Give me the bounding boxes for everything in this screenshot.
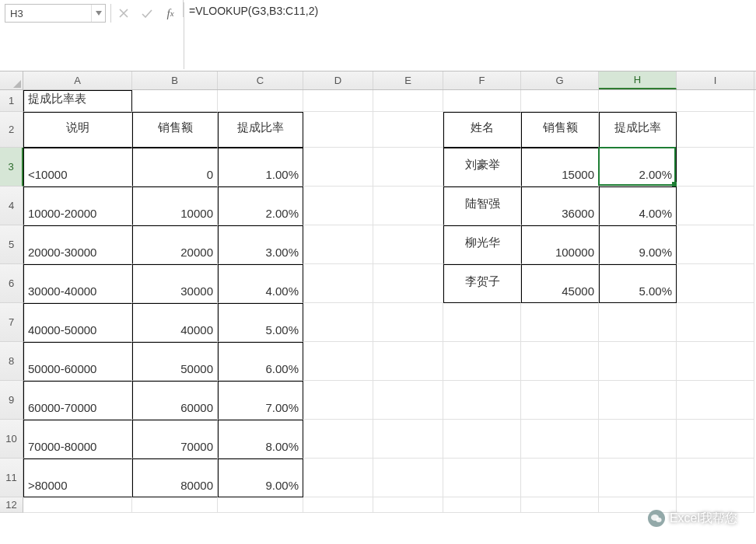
empty-cell[interactable]	[599, 303, 677, 342]
empty-cell[interactable]	[443, 420, 521, 459]
cell-desc[interactable]: >80000	[23, 459, 132, 497]
empty-cell[interactable]	[373, 225, 443, 264]
formula-input[interactable]: =VLOOKUP(G3,B3:C11,2)	[184, 2, 756, 69]
cell-rate[interactable]: 4.00%	[599, 187, 677, 225]
column-header[interactable]: H	[599, 71, 677, 89]
row-header[interactable]: 5	[0, 225, 23, 264]
row-header[interactable]: 6	[0, 264, 23, 303]
row-header[interactable]: 9	[0, 381, 23, 420]
column-header[interactable]: G	[521, 71, 599, 89]
empty-cell[interactable]	[677, 148, 754, 187]
empty-cell[interactable]	[443, 459, 521, 497]
cancel-icon[interactable]	[117, 7, 130, 19]
empty-cell[interactable]	[599, 381, 677, 420]
row-header[interactable]: 10	[0, 420, 23, 459]
empty-cell[interactable]	[303, 381, 373, 420]
column-header[interactable]: C	[218, 71, 303, 89]
col-header-name[interactable]: 姓名	[443, 112, 521, 148]
cell-sales[interactable]: 0	[132, 148, 218, 187]
name-box[interactable]: H3	[5, 4, 106, 23]
col-header-c[interactable]: 提成比率	[218, 112, 303, 148]
dropdown-icon[interactable]	[91, 5, 105, 22]
col-header-rate[interactable]: 提成比率	[599, 112, 677, 148]
empty-cell[interactable]	[677, 381, 754, 420]
empty-cell[interactable]	[677, 187, 754, 225]
col-header-b[interactable]: 销售额	[132, 112, 218, 148]
cell-rate[interactable]: 9.00%	[218, 459, 303, 497]
cell-name[interactable]: 陆智强	[443, 187, 521, 225]
empty-cell[interactable]	[303, 225, 373, 264]
column-header[interactable]: D	[303, 71, 373, 89]
column-header[interactable]: B	[132, 71, 218, 89]
empty-cell[interactable]	[521, 381, 599, 420]
empty-cell[interactable]	[132, 497, 218, 513]
empty-cell[interactable]	[303, 187, 373, 225]
col-header-a[interactable]: 说明	[23, 112, 132, 148]
empty-cell[interactable]	[677, 90, 754, 112]
column-header[interactable]: A	[23, 71, 132, 89]
empty-cell[interactable]	[521, 420, 599, 459]
empty-cell[interactable]	[218, 497, 303, 513]
cell-rate[interactable]: 6.00%	[218, 342, 303, 381]
cell-sales[interactable]: 15000	[521, 148, 599, 187]
table-title[interactable]: 提成比率表	[23, 90, 132, 112]
empty-cell[interactable]	[373, 381, 443, 420]
empty-cell[interactable]	[677, 420, 754, 459]
empty-cell[interactable]	[677, 112, 754, 148]
cell-desc[interactable]: <10000	[23, 148, 132, 187]
empty-cell[interactable]	[303, 497, 373, 513]
col-header-sales[interactable]: 销售额	[521, 112, 599, 148]
empty-cell[interactable]	[303, 112, 373, 148]
cell-sales[interactable]: 30000	[132, 264, 218, 303]
row-header[interactable]: 4	[0, 187, 23, 225]
cell-rate[interactable]: 1.00%	[218, 148, 303, 187]
cell-desc[interactable]: 10000-20000	[23, 187, 132, 225]
empty-cell[interactable]	[677, 459, 754, 497]
empty-cell[interactable]	[677, 225, 754, 264]
empty-cell[interactable]	[132, 90, 218, 112]
empty-cell[interactable]	[677, 342, 754, 381]
fx-icon[interactable]: fx	[164, 7, 177, 19]
cell-desc[interactable]: 40000-50000	[23, 303, 132, 342]
cell-name[interactable]: 柳光华	[443, 225, 521, 264]
empty-cell[interactable]	[303, 303, 373, 342]
cell-sales[interactable]: 45000	[521, 264, 599, 303]
empty-cell[interactable]	[443, 381, 521, 420]
empty-cell[interactable]	[443, 342, 521, 381]
cell-sales[interactable]: 40000	[132, 303, 218, 342]
empty-cell[interactable]	[443, 497, 521, 513]
empty-cell[interactable]	[443, 90, 521, 112]
empty-cell[interactable]	[303, 264, 373, 303]
cell-sales[interactable]: 70000	[132, 420, 218, 459]
cell-name[interactable]: 刘豪举	[443, 148, 521, 187]
empty-cell[interactable]	[677, 497, 754, 513]
cell-sales[interactable]: 20000	[132, 225, 218, 264]
empty-cell[interactable]	[521, 497, 599, 513]
empty-cell[interactable]	[303, 459, 373, 497]
enter-icon[interactable]	[141, 7, 153, 19]
cell-desc[interactable]: 60000-70000	[23, 381, 132, 420]
row-header[interactable]: 12	[0, 497, 23, 513]
empty-cell[interactable]	[303, 148, 373, 187]
empty-cell[interactable]	[677, 264, 754, 303]
empty-cell[interactable]	[373, 112, 443, 148]
row-header[interactable]: 1	[0, 90, 23, 112]
empty-cell[interactable]	[599, 497, 677, 513]
cell-rate[interactable]: 5.00%	[599, 264, 677, 303]
empty-cell[interactable]	[373, 497, 443, 513]
empty-cell[interactable]	[373, 187, 443, 225]
empty-cell[interactable]	[599, 459, 677, 497]
cell-desc[interactable]: 70000-80000	[23, 420, 132, 459]
empty-cell[interactable]	[521, 303, 599, 342]
row-header[interactable]: 11	[0, 459, 23, 497]
empty-cell[interactable]	[443, 303, 521, 342]
empty-cell[interactable]	[521, 90, 599, 112]
empty-cell[interactable]	[599, 420, 677, 459]
cell-rate[interactable]: 2.00%	[218, 187, 303, 225]
empty-cell[interactable]	[373, 420, 443, 459]
empty-cell[interactable]	[599, 90, 677, 112]
cell-rate[interactable]: 2.00%	[599, 148, 677, 187]
empty-cell[interactable]	[373, 148, 443, 187]
row-header[interactable]: 8	[0, 342, 23, 381]
cell-sales[interactable]: 80000	[132, 459, 218, 497]
